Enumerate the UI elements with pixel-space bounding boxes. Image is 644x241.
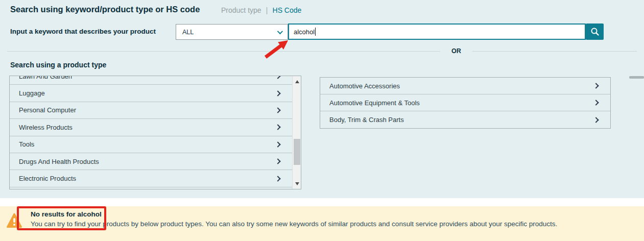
keyword-input[interactable]: alcohol	[288, 23, 586, 40]
list-item-body-trim-crash-parts[interactable]: Body, Trim & Crash Parts	[320, 111, 610, 128]
alert-title: No results for alcohol	[31, 209, 638, 219]
chevron-right-icon	[275, 76, 280, 79]
category-dropdown[interactable]: ALL	[176, 24, 288, 40]
list-item-automotive-equipment-tools[interactable]: Automotive Equipment & Tools	[320, 94, 610, 111]
scroll-down-arrow-icon[interactable]	[293, 179, 301, 188]
search-icon	[590, 27, 600, 36]
list-item-personal-computer[interactable]: Personal Computer	[10, 102, 292, 119]
search-button[interactable]	[586, 23, 604, 40]
list-item-luggage[interactable]: Luggage	[10, 85, 292, 102]
right-list-rows: Automotive Accessories Automotive Equipm…	[320, 78, 610, 128]
list-item-drugs-and-health-products[interactable]: Drugs And Health Products	[10, 153, 292, 170]
list-item-automotive-accessories[interactable]: Automotive Accessories	[320, 78, 610, 94]
category-selected-value: ALL	[182, 29, 277, 36]
tab-separator: |	[266, 6, 268, 14]
chevron-right-icon	[275, 141, 280, 147]
list-item-wireless-products[interactable]: Wireless Products	[10, 119, 292, 136]
chevron-right-icon	[593, 117, 599, 123]
left-list-rows: Lawn And Garden Luggage Personal Compute…	[10, 76, 292, 187]
right-edge-partial-bar	[629, 76, 644, 79]
keyword-input-value: alcohol	[294, 28, 315, 36]
chevron-down-icon	[277, 28, 283, 34]
section-gap	[0, 198, 644, 206]
keyword-label: Input a keyword that describes your prod…	[10, 28, 156, 35]
chevron-right-icon	[593, 83, 599, 88]
alert-text-block: No results for alcohol You can try to fi…	[31, 209, 638, 229]
search-page: Search using keyword/product type or HS …	[0, 0, 644, 241]
list-item-lawn-and-garden[interactable]: Lawn And Garden	[10, 76, 292, 85]
chevron-right-icon	[275, 176, 280, 181]
search-mode-tabs: Product type | HS Code	[221, 6, 301, 14]
scroll-up-arrow-icon[interactable]	[293, 77, 301, 86]
or-divider-line	[7, 51, 637, 52]
left-list-scrollbar[interactable]	[292, 76, 301, 189]
chevron-right-icon	[275, 107, 280, 113]
list-item-electronic-products[interactable]: Electronic Products	[10, 170, 292, 187]
warning-icon	[6, 212, 22, 229]
alert-message: You can try to find your products by bel…	[31, 219, 638, 229]
chevron-right-icon	[593, 100, 599, 105]
list-item-tools[interactable]: Tools	[10, 136, 292, 153]
tab-product-type[interactable]: Product type	[221, 6, 261, 14]
or-label: OR	[440, 47, 472, 55]
scrollbar-thumb[interactable]	[294, 139, 300, 165]
chevron-right-icon	[275, 125, 280, 130]
chevron-right-icon	[275, 90, 280, 96]
product-type-heading: Search using a product type	[10, 61, 106, 69]
text-caret	[315, 28, 316, 36]
page-title: Search using keyword/product type or HS …	[10, 5, 200, 14]
product-type-list-right: Automotive Accessories Automotive Equipm…	[320, 77, 611, 129]
chevron-right-icon	[275, 158, 280, 164]
product-type-list-left: Lawn And Garden Luggage Personal Compute…	[9, 76, 301, 189]
tab-hs-code[interactable]: HS Code	[273, 6, 302, 14]
